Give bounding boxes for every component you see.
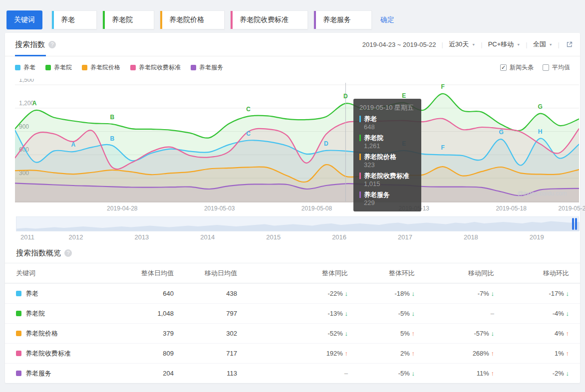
keyword-input-4[interactable]: 养老院收费标准 <box>230 10 308 29</box>
overall-yoy-cell: -22% ↓ <box>237 290 348 297</box>
table-row-养老: 养老640438-22% ↓-18% ↓-7% ↓-17% ↓ <box>5 283 580 303</box>
divider: | <box>442 41 443 48</box>
legend-item-2[interactable]: 养老院 <box>45 63 72 72</box>
keyword-input-2[interactable]: 养老院 <box>102 10 154 29</box>
checkbox-checked-icon[interactable]: ✓ <box>500 64 507 71</box>
tooltip-color-bar <box>359 173 361 179</box>
x-axis-label: 2019-05-18 <box>496 205 526 212</box>
keyword-input-5[interactable]: 养老服务 <box>313 10 372 29</box>
year-label-2012: 2012 <box>69 233 83 241</box>
chart-controls: 2019-04-23 ~ 2019-05-22 | 近30天 ▼ | PC+移动… <box>362 40 573 49</box>
table-header-row: 关键词整体日均值移动日均值整体同比整体环比移动同比移动环比 <box>5 263 580 283</box>
table-row-养老院: 养老院1,048797-13% ↓-5% ↓–-4% ↓ <box>5 303 580 323</box>
overall-mom-cell: -5% ↓ <box>348 310 415 317</box>
chart-legend: 养老养老院养老院价格养老院收费标准养老服务 <box>15 63 223 72</box>
keyword-swatch <box>16 311 21 316</box>
trend-chart-canvas[interactable]: 3006009001,2001,500ABCDEFGHABCDEFG@index… <box>15 79 579 202</box>
mobile-mom-cell: 4% ↑ <box>494 330 569 337</box>
device-select-value: PC+移动 <box>488 40 514 49</box>
trend-card: 搜索指数 ? 2019-04-23 ~ 2019-05-22 | 近30天 ▼ … <box>5 33 580 383</box>
change-value: -5% <box>398 310 412 317</box>
chart-tooltip: 2019-05-10 星期五 养老648养老院1,261养老院价格323养老院收… <box>353 99 421 211</box>
option-2[interactable]: 平均值 <box>543 63 570 72</box>
tooltip-date: 2019-05-10 星期五 <box>359 103 415 112</box>
region-select-value: 全国 <box>533 40 546 49</box>
column-header-2: 整体日均值 <box>121 269 174 278</box>
change-value: -4% <box>553 310 566 317</box>
keyword-bar: 关键词 养老养老院养老院价格养老院收费标准养老服务 确定 <box>0 0 585 33</box>
news-marker-A: A <box>71 141 76 148</box>
x-axis-labels: 2019-04-282019-05-032019-05-082019-05-13… <box>15 202 579 216</box>
help-icon[interactable]: ? <box>48 41 56 48</box>
confirm-link[interactable]: 确定 <box>380 15 394 24</box>
tab-search-index[interactable]: 搜索指数 ? <box>15 33 56 56</box>
chevron-down-icon: ▼ <box>549 43 553 46</box>
legend-item-1[interactable]: 养老 <box>15 63 35 72</box>
tooltip-value: 229 <box>364 199 415 207</box>
year-label-2017: 2017 <box>398 233 412 241</box>
option-1[interactable]: ✓新闻头条 <box>500 63 534 72</box>
tooltip-entry-name: 养老院收费标准 <box>359 172 415 180</box>
keyword-swatch <box>16 371 21 376</box>
no-change-dash: – <box>344 370 348 377</box>
slider-handle-bar[interactable] <box>575 218 577 230</box>
slider-handle-bar[interactable] <box>572 218 574 230</box>
external-link-icon[interactable] <box>566 41 573 48</box>
mobile-mom-cell: -17% ↓ <box>494 290 569 297</box>
chevron-down-icon: ▼ <box>472 43 475 46</box>
legend-label: 养老院收费标准 <box>139 63 181 72</box>
legend-item-3[interactable]: 养老院价格 <box>82 63 120 72</box>
keyword-input-3[interactable]: 养老院价格 <box>160 10 225 29</box>
legend-swatch <box>15 65 20 70</box>
keyword-label-button[interactable]: 关键词 <box>6 10 42 29</box>
device-select[interactable]: PC+移动 ▼ <box>488 40 521 49</box>
date-range[interactable]: 2019-04-23 ~ 2019-05-22 <box>362 41 436 48</box>
legend-label: 养老服务 <box>199 63 223 72</box>
legend-item-4[interactable]: 养老院收费标准 <box>130 63 181 72</box>
legend-swatch <box>130 65 136 70</box>
x-axis-label: 2019-05-08 <box>301 205 332 212</box>
watermark: @index.baidu.com <box>517 190 567 197</box>
overview-help-icon[interactable]: ? <box>64 249 72 257</box>
tooltip-entry-name: 养老院 <box>359 134 415 142</box>
change-value: -57% <box>474 330 491 337</box>
region-select[interactable]: 全国 ▼ <box>533 40 553 49</box>
mobile-yoy-cell: 268% ↑ <box>415 350 494 357</box>
legend-label: 养老院价格 <box>90 63 120 72</box>
keyword-name: 养老院 <box>25 309 45 318</box>
tooltip-value: 323 <box>364 161 415 169</box>
slider-handle[interactable] <box>572 218 577 230</box>
news-marker-D: D <box>343 93 348 100</box>
keyword-color-bar <box>52 11 54 29</box>
overall-yoy-cell: – <box>237 370 348 377</box>
keyword-color-bar <box>314 11 316 29</box>
tab-label: 搜索指数 <box>15 40 45 49</box>
change-value: -18% <box>395 290 412 297</box>
column-header-7: 移动环比 <box>494 269 569 278</box>
keyword-color-bar <box>231 11 233 29</box>
legend-item-5[interactable]: 养老服务 <box>191 63 223 72</box>
change-value: 1% <box>555 350 566 357</box>
arrow-down-icon: ↓ <box>566 310 570 317</box>
table-row-养老院价格: 养老院价格379302-52% ↓5% ↑-57% ↓4% ↑ <box>5 323 580 343</box>
keyword-swatch <box>16 331 21 336</box>
change-value: 4% <box>555 330 566 337</box>
arrow-down-icon: ↓ <box>566 290 570 297</box>
column-header-4: 整体同比 <box>237 269 348 278</box>
mobile-mom-cell: -4% ↓ <box>494 310 569 317</box>
tooltip-keyword: 养老院收费标准 <box>364 172 409 180</box>
divider: | <box>558 41 560 48</box>
range-select[interactable]: 近30天 ▼ <box>449 40 475 49</box>
timeline-slider[interactable] <box>16 216 579 231</box>
trend-chart[interactable]: 3006009001,2001,500ABCDEFGHABCDEFG@index… <box>15 79 579 202</box>
x-axis-label: 2019-04-28 <box>107 205 137 212</box>
checkbox-icon[interactable] <box>543 64 549 71</box>
overall-avg-value: 379 <box>121 330 174 337</box>
overview-header: 搜索指数概览 ? <box>5 243 580 263</box>
overall-avg-value: 809 <box>121 350 174 357</box>
tooltip-entry-name: 养老服务 <box>359 191 415 199</box>
y-tick-label: 1,500 <box>19 79 34 83</box>
mobile-avg-value: 113 <box>174 370 237 377</box>
keyword-color-bar <box>160 11 162 29</box>
keyword-input-1[interactable]: 养老 <box>51 10 97 29</box>
